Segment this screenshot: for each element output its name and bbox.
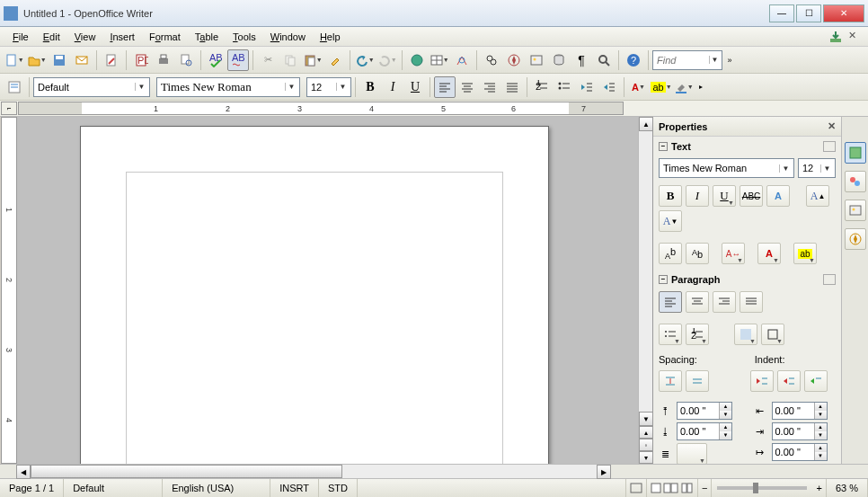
indent-first-spin[interactable]: ▲▼ [772,443,828,461]
menu-help[interactable]: Help [313,30,348,44]
navigator-button[interactable] [503,49,525,71]
undo-button[interactable]: ▼ [354,49,376,71]
copy-button[interactable] [279,49,301,71]
save-button[interactable] [49,49,70,71]
document-area[interactable] [17,117,638,464]
font-size-combo[interactable]: 12 ▼ [306,77,351,97]
format-toolbar-overflow[interactable]: ▸ [695,76,706,98]
horizontal-ruler[interactable]: 1 2 3 4 5 6 7 [18,102,624,115]
sb-strikethrough-button[interactable]: ABC [740,185,763,207]
align-left-button[interactable] [434,76,456,98]
close-document-icon[interactable]: ✕ [848,30,863,44]
sb-align-center-button[interactable] [686,291,709,313]
sidebar-font-combo[interactable]: Times New Roman▼ [659,158,794,178]
italic-button[interactable]: I [382,76,403,98]
text-group-header[interactable]: − Text [657,138,837,155]
menu-format[interactable]: Format [142,30,188,44]
download-update-icon[interactable] [828,30,843,44]
print-preview-button[interactable] [175,49,197,71]
spacing-below-spin[interactable]: ▲▼ [677,422,732,440]
sb-increase-spacing-button[interactable] [659,370,682,392]
page[interactable] [80,126,549,464]
sidebar-tab-styles[interactable] [845,171,866,192]
hscroll-thumb[interactable] [31,465,342,478]
scroll-down-button[interactable]: ▼ [639,412,653,426]
sb-align-left-button[interactable] [659,291,682,313]
help-button[interactable]: ? [623,49,644,71]
zoom-out-button[interactable]: − [698,479,712,497]
sb-align-justify-button[interactable] [740,291,763,313]
menu-window[interactable]: Window [263,30,313,44]
sidebar-tab-navigator[interactable] [845,228,866,250]
sb-font-color-button[interactable]: A▼ [757,243,781,264]
sidebar-tab-properties[interactable] [845,142,866,164]
sb-numbering-button[interactable]: 12▼ [686,324,709,345]
sidebar-size-combo[interactable]: 12▼ [798,158,836,178]
indent-before-input[interactable] [773,405,814,416]
decrease-indent-button[interactable] [576,76,598,98]
find-combo[interactable]: ▼ [652,50,722,70]
auto-spellcheck-button[interactable]: ABC [227,49,249,71]
hyperlink-button[interactable] [406,49,428,71]
zoom-slider[interactable] [717,486,807,490]
indent-after-input[interactable] [773,426,814,437]
paragraph-group-more-button[interactable] [823,274,836,285]
align-right-button[interactable] [479,76,500,98]
prev-page-button[interactable]: ▴ [639,426,653,439]
bulleted-list-button[interactable] [554,76,575,98]
menu-view[interactable]: View [67,30,103,44]
increase-indent-button[interactable] [598,76,620,98]
maximize-button[interactable]: ☐ [796,4,821,22]
indent-first-input[interactable] [773,447,814,457]
menu-edit[interactable]: Edit [36,30,67,44]
sb-italic-button[interactable]: I [686,185,709,207]
close-button[interactable]: ✕ [823,4,864,22]
menu-file[interactable]: File [5,30,36,44]
zoom-button[interactable] [593,49,615,71]
open-button[interactable]: ▼ [26,49,48,71]
zoom-in-button[interactable]: + [812,479,826,497]
sb-grow-font-button[interactable]: A▲ [806,185,829,207]
export-pdf-button[interactable]: PDF [130,49,152,71]
indent-after-spin[interactable]: ▲▼ [772,422,828,440]
status-view-layout[interactable] [647,479,698,497]
styles-button[interactable] [4,76,25,98]
sb-bold-button[interactable]: B [659,185,682,207]
status-insert-mode[interactable]: INSRT [270,479,319,497]
sb-shrink-font-button[interactable]: A▼ [659,210,682,232]
format-paintbrush-button[interactable] [324,49,346,71]
spellcheck-button[interactable]: ABC [205,49,226,71]
status-language[interactable]: English (USA) [163,479,270,497]
find-input[interactable] [657,55,705,66]
sidebar-close-button[interactable]: ✕ [828,120,836,132]
collapse-icon[interactable]: − [659,275,668,284]
align-center-button[interactable] [456,76,478,98]
sb-align-right-button[interactable] [713,291,736,313]
collapse-icon[interactable]: − [659,142,668,151]
table-button[interactable]: ▼ [429,49,450,71]
status-style[interactable]: Default [64,479,163,497]
next-page-button[interactable]: ▾ [639,451,653,464]
line-spacing-button[interactable]: ▼ [677,443,707,464]
bold-button[interactable]: B [359,76,381,98]
indent-before-spin[interactable]: ▲▼ [772,402,828,420]
cut-button[interactable]: ✂ [257,49,279,71]
sb-bullets-button[interactable]: ▼ [659,324,682,345]
vertical-ruler[interactable]: 1 2 3 4 [1,117,17,464]
sb-hanging-indent-button[interactable] [804,370,828,392]
scroll-up-button[interactable]: ▲ [639,117,653,131]
sb-decrease-spacing-button[interactable] [686,370,709,392]
print-button[interactable] [153,49,174,71]
sb-shadow-button[interactable]: A [766,185,790,207]
toolbar-overflow-button[interactable]: » [723,49,736,71]
sb-char-spacing-button[interactable]: A↔▼ [722,243,745,264]
font-name-combo[interactable]: Times New Roman ▼ [156,77,300,97]
underline-button[interactable]: U [404,76,426,98]
sb-decrease-indent-button[interactable] [750,370,774,392]
sb-subscript-button[interactable]: Ab [686,243,709,264]
sidebar-tab-gallery[interactable] [845,200,866,221]
scroll-right-button[interactable]: ▶ [597,465,611,479]
sb-increase-indent-button[interactable] [777,370,801,392]
nonprinting-chars-button[interactable]: ¶ [571,49,592,71]
sb-underline-button[interactable]: U▼ [713,185,736,207]
